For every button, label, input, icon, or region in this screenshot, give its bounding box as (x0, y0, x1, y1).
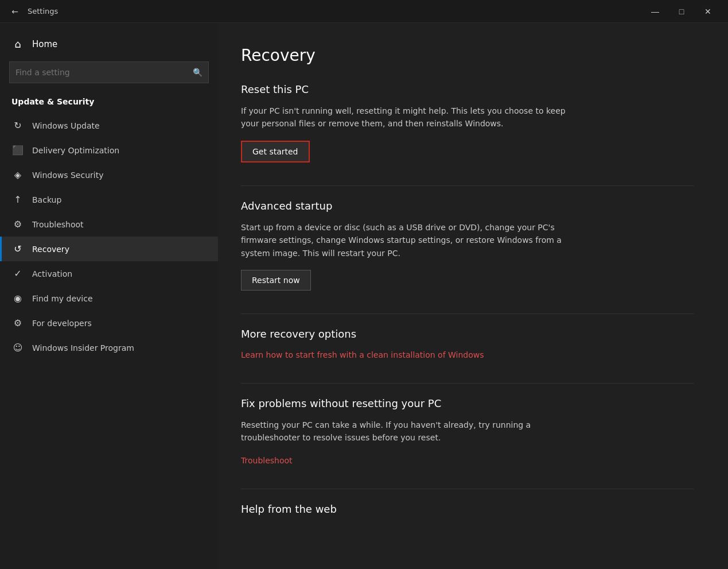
sidebar-item-find-my-device[interactable]: ◉ Find my device (0, 286, 218, 311)
more-recovery-title: More recovery options (241, 328, 694, 340)
advanced-startup-title: Advanced startup (241, 200, 694, 212)
troubleshoot-link[interactable]: Troubleshoot (241, 456, 293, 465)
divider-1 (241, 185, 694, 186)
titlebar-title: Settings (28, 7, 58, 16)
minimize-button[interactable]: — (642, 0, 668, 23)
clean-install-link[interactable]: Learn how to start fresh with a clean in… (241, 350, 484, 359)
get-started-button[interactable]: Get started (241, 141, 310, 162)
help-web-section: Help from the web (241, 503, 694, 515)
windows-insider-icon: ☺ (11, 342, 24, 353)
content-area: Recovery Reset this PC If your PC isn't … (218, 23, 728, 569)
sidebar-item-troubleshoot[interactable]: ⚙ Troubleshoot (0, 212, 218, 237)
back-button[interactable]: ← (7, 3, 23, 20)
troubleshoot-icon: ⚙ (11, 219, 24, 230)
backup-icon: ↑ (11, 194, 24, 205)
divider-3 (241, 383, 694, 384)
activation-label: Activation (32, 269, 72, 278)
sidebar-section-title: Update & Security (0, 92, 218, 113)
reset-section-title: Reset this PC (241, 83, 694, 95)
window-controls: — □ ✕ (642, 0, 721, 23)
find-my-device-label: Find my device (32, 294, 93, 303)
advanced-startup-section: Advanced startup Start up from a device … (241, 200, 694, 291)
search-icon[interactable]: 🔍 (193, 68, 203, 77)
recovery-icon: ↺ (11, 243, 24, 254)
advanced-startup-description: Start up from a device or disc (such as … (241, 221, 574, 260)
main-layout: ⌂ Home 🔍 Update & Security ↻ Windows Upd… (0, 23, 728, 569)
for-developers-label: For developers (32, 319, 92, 328)
windows-update-label: Windows Update (32, 121, 100, 130)
sidebar-item-delivery-optimization[interactable]: ⬛ Delivery Optimization (0, 138, 218, 162)
reset-section-description: If your PC isn't running well, resetting… (241, 104, 574, 130)
home-icon: ⌂ (11, 38, 24, 50)
home-label: Home (32, 39, 57, 49)
backup-label: Backup (32, 195, 61, 204)
troubleshoot-label: Troubleshoot (32, 220, 84, 229)
sidebar-item-activation[interactable]: ✓ Activation (0, 261, 218, 286)
sidebar-item-for-developers[interactable]: ⚙ For developers (0, 311, 218, 335)
sidebar-item-backup[interactable]: ↑ Backup (0, 187, 218, 212)
windows-update-icon: ↻ (11, 120, 24, 131)
close-button[interactable]: ✕ (695, 0, 721, 23)
find-my-device-icon: ◉ (11, 293, 24, 304)
reset-section: Reset this PC If your PC isn't running w… (241, 83, 694, 162)
delivery-optimization-icon: ⬛ (11, 145, 24, 156)
sidebar-item-windows-security[interactable]: ◈ Windows Security (0, 162, 218, 187)
divider-4 (241, 489, 694, 489)
recovery-label: Recovery (32, 245, 69, 254)
activation-icon: ✓ (11, 268, 24, 279)
fix-problems-description: Resetting your PC can take a while. If y… (241, 419, 574, 444)
search-input[interactable] (15, 68, 193, 77)
sidebar: ⌂ Home 🔍 Update & Security ↻ Windows Upd… (0, 23, 218, 569)
fix-problems-section: Fix problems without resetting your PC R… (241, 397, 694, 466)
restart-now-button[interactable]: Restart now (241, 270, 311, 291)
page-title: Recovery (241, 46, 694, 65)
delivery-optimization-label: Delivery Optimization (32, 146, 119, 155)
sidebar-item-windows-update[interactable]: ↻ Windows Update (0, 113, 218, 138)
windows-security-icon: ◈ (11, 169, 24, 180)
more-recovery-section: More recovery options Learn how to start… (241, 328, 694, 360)
windows-insider-label: Windows Insider Program (32, 343, 134, 353)
divider-2 (241, 313, 694, 314)
titlebar: ← Settings — □ ✕ (0, 0, 728, 23)
search-box: 🔍 (9, 61, 209, 83)
maximize-button[interactable]: □ (668, 0, 695, 23)
sidebar-home-item[interactable]: ⌂ Home (0, 32, 218, 56)
help-web-title: Help from the web (241, 503, 694, 515)
sidebar-item-recovery[interactable]: ↺ Recovery (0, 237, 218, 261)
fix-problems-title: Fix problems without resetting your PC (241, 397, 694, 409)
for-developers-icon: ⚙ (11, 318, 24, 328)
sidebar-item-windows-insider[interactable]: ☺ Windows Insider Program (0, 335, 218, 360)
windows-security-label: Windows Security (32, 171, 103, 180)
